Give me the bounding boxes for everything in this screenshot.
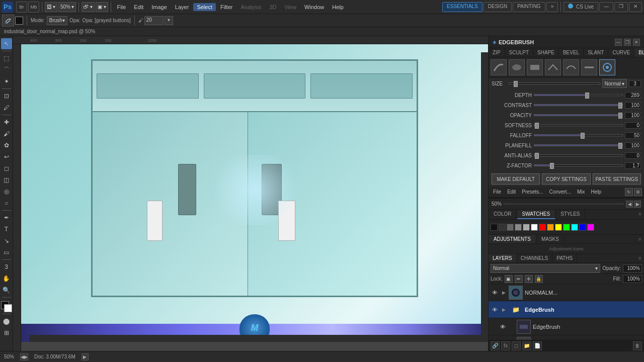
swatch-yellow[interactable] [555, 224, 562, 231]
opacity-value[interactable]: 100% [623, 264, 642, 273]
delete-layer-btn[interactable]: 🗑 [633, 341, 642, 350]
3d-tool[interactable]: 3 [1, 261, 12, 273]
falloff-slider[interactable] [534, 134, 623, 136]
zoom-dropdown[interactable]: 50% ▾ [58, 2, 76, 12]
swatch-cyan[interactable] [571, 224, 578, 231]
blend-mode-dropdown[interactable]: Normal ▾ [491, 264, 600, 273]
screen-mode-btn[interactable]: ⊞ [1, 327, 12, 338]
menu-image[interactable]: Image [148, 3, 171, 11]
depth-value[interactable]: 289 [625, 92, 641, 99]
view-mode-dropdown[interactable]: 🖼 ▾ [45, 2, 57, 12]
visibility-toggle[interactable]: 👁 [491, 289, 499, 297]
antialias-slider[interactable] [534, 154, 623, 156]
tab-zip[interactable]: ZIP [489, 48, 505, 57]
pmenu-mix[interactable]: Mix [575, 188, 588, 196]
layer-row[interactable]: 👁 EdgeBrush [489, 318, 644, 335]
adj-options-icon[interactable]: ≡ [636, 235, 644, 243]
preset-5[interactable] [563, 59, 579, 75]
lock-all-btn[interactable]: 🔒 [535, 275, 543, 283]
layer-row[interactable]: 👁 Screw_and_Rivets [489, 335, 644, 340]
masks-tab[interactable]: MASKS [536, 235, 565, 243]
visibility-toggle[interactable]: 👁 [499, 323, 507, 331]
layer-row[interactable]: 👁 ▶ NORMALM... [489, 284, 644, 301]
eyedropper-tool[interactable]: 🖊 [1, 102, 12, 113]
doc-size-arrow-btn[interactable]: ▶ [82, 353, 89, 360]
shape-tool[interactable]: ▭ [1, 247, 12, 258]
adjustments-tab[interactable]: ADJUSTMENTS [489, 235, 536, 243]
planefill-slider[interactable] [534, 144, 623, 146]
opacity-value[interactable]: 100 [625, 112, 641, 119]
menu-help[interactable]: Help [329, 3, 347, 11]
menu-view[interactable]: View [281, 3, 300, 11]
make-default-button[interactable]: MAKE DEFAULT [492, 173, 540, 185]
tab-sculpt[interactable]: SCULPT [505, 48, 533, 57]
lock-transparent-btn[interactable]: ▣ [505, 275, 513, 283]
lock-position-btn[interactable]: ✛ [525, 275, 533, 283]
paths-tab[interactable]: PATHS [552, 254, 577, 262]
preset-3[interactable] [527, 59, 543, 75]
fg-color-swatch[interactable] [1, 301, 12, 312]
expand-btn[interactable]: ▶ [501, 307, 507, 313]
menu-analysis[interactable]: Analysis [237, 3, 265, 11]
swatch-orange[interactable] [547, 224, 554, 231]
planefill-value[interactable]: 100 [625, 142, 641, 149]
falloff-value[interactable]: 50 [625, 132, 641, 139]
quick-mask-btn[interactable]: ⬤ [1, 316, 12, 327]
zoom-in-btn[interactable]: ▶ [634, 201, 641, 208]
menu-file[interactable]: File [114, 3, 130, 11]
gradient-tool[interactable]: ◫ [1, 174, 12, 186]
refresh-icon[interactable]: ↻ [625, 188, 633, 196]
swatch-white[interactable] [531, 224, 538, 231]
menu-3d[interactable]: 3D [266, 3, 280, 11]
tab-curve[interactable]: CURVE [608, 48, 634, 57]
preset-4[interactable] [545, 59, 561, 75]
stamp-tool[interactable]: ✿ [1, 140, 12, 151]
pen-tool[interactable]: ✒ [1, 212, 12, 223]
layers-options-icon[interactable]: ≡ [636, 254, 644, 262]
path-select-tool[interactable]: ↘ [1, 235, 12, 246]
magic-wand-tool[interactable]: ✦ [1, 76, 12, 87]
channels-tab[interactable]: CHANNELS [517, 254, 552, 262]
menu-window[interactable]: Window [301, 3, 328, 11]
brush-mode-dropdown[interactable]: Brush▾ [47, 16, 67, 25]
more-workspaces-btn[interactable]: » [546, 2, 558, 12]
size-value[interactable]: 3 [629, 80, 641, 87]
layers-tab[interactable]: LAYERS [489, 254, 517, 262]
pmenu-help[interactable]: Help [589, 188, 604, 196]
layers-list[interactable]: 👁 ▶ NORMALM... 👁 ▶ 📁 EdgeBrush [489, 284, 644, 340]
tab-shape[interactable]: SHAPE [533, 48, 559, 57]
zoom-tool[interactable]: 🔍 [1, 285, 12, 296]
zoom-track[interactable] [504, 203, 624, 205]
minimize-btn[interactable]: — [599, 2, 613, 12]
preset-6[interactable] [581, 59, 597, 75]
antialias-value[interactable]: 0 [625, 152, 641, 159]
lock-pixels-btn[interactable]: ✏ [515, 275, 523, 283]
cs-live-btn[interactable]: CS Live [564, 2, 598, 12]
swatch-dark[interactable] [499, 224, 506, 231]
edgebrush-close-btn[interactable]: ✕ [633, 39, 640, 46]
tab-slant[interactable]: SLANT [584, 48, 608, 57]
zoom-out-btn[interactable]: ◀ [626, 201, 633, 208]
pmenu-convert[interactable]: Convert... [547, 188, 574, 196]
heal-tool[interactable]: ✚ [1, 117, 12, 128]
contrast-slider[interactable] [534, 104, 623, 106]
essentials-btn[interactable]: ESSENTIALS [442, 2, 482, 12]
swatch-mid[interactable] [507, 224, 514, 231]
swatch-magenta[interactable] [587, 224, 594, 231]
screen-mode-dropdown[interactable]: ▣ ▾ [96, 2, 108, 12]
expand-btn[interactable] [509, 324, 515, 330]
eraser-tool[interactable]: ◻ [1, 163, 12, 174]
zfactor-slider[interactable] [534, 164, 623, 166]
swatch-red[interactable] [539, 224, 546, 231]
mini-bridge-icon[interactable]: Mb [28, 2, 39, 13]
add-style-btn[interactable]: fx [501, 341, 510, 350]
brush-size-input[interactable]: 20 [144, 16, 164, 25]
new-group-btn[interactable]: 📁 [522, 341, 531, 350]
preset-2[interactable] [509, 59, 525, 75]
expand-btn[interactable]: ▶ [501, 290, 507, 296]
menu-layer[interactable]: Layer [172, 3, 193, 11]
edgebrush-minimize-btn[interactable]: — [615, 39, 622, 46]
menu-edit[interactable]: Edit [130, 3, 147, 11]
brush-options-btn[interactable]: ▾ [165, 16, 173, 25]
restore-btn[interactable]: ❐ [614, 2, 628, 12]
